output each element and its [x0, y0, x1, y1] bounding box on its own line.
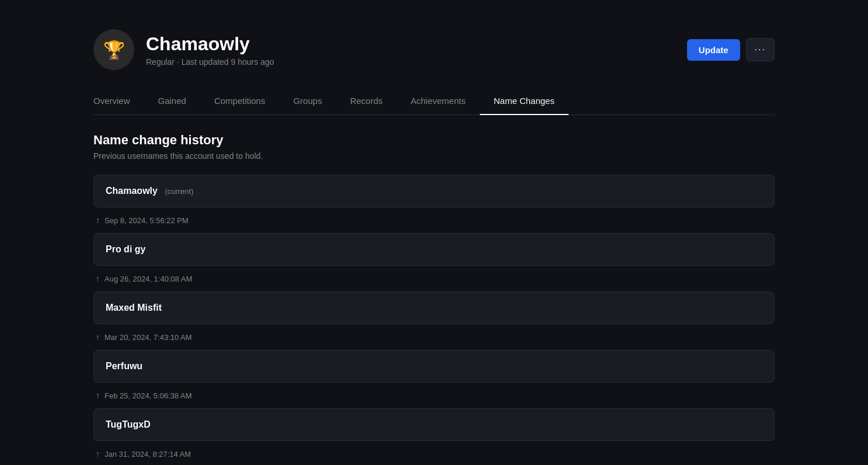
timestamp-2: Aug 26, 2024, 1:40:08 AM	[104, 275, 192, 283]
name-entry-current: Chamaowly (current)	[93, 175, 775, 207]
timestamp-row-3: ↑ Mar 20, 2024, 7:43:10 AM	[93, 324, 775, 350]
timestamp-3: Mar 20, 2024, 7:43:10 AM	[104, 333, 192, 342]
tab-overview[interactable]: Overview	[93, 88, 144, 115]
arrow-up-icon-3: ↑	[96, 332, 100, 342]
tab-achievements[interactable]: Achievements	[397, 88, 480, 115]
main-content: Name change history Previous usernames t…	[93, 115, 775, 465]
timestamp-row-2: ↑ Aug 26, 2024, 1:40:08 AM	[93, 266, 775, 292]
tab-groups[interactable]: Groups	[279, 88, 336, 115]
current-badge: (current)	[165, 187, 193, 196]
user-profile-section: 🏆 Chamaowly Regular · Last updated 9 hou…	[93, 29, 274, 70]
nav-tabs: Overview Gained Competitions Groups Reco…	[93, 88, 775, 115]
username: Chamaowly	[146, 33, 274, 55]
section-title: Name change history	[93, 133, 775, 148]
name-entry-username-3: Maxed Misfit	[106, 303, 162, 313]
name-entry-4: Perfuwu	[93, 350, 775, 383]
arrow-up-icon-2: ↑	[96, 274, 100, 283]
update-button[interactable]: Update	[687, 39, 740, 61]
timestamp-4: Feb 25, 2024, 5:06:38 AM	[104, 391, 192, 400]
timestamp-row-1: ↑ Sep 8, 2024, 5:56:22 PM	[93, 207, 775, 233]
tab-gained[interactable]: Gained	[144, 88, 200, 115]
name-entry-2: Pro di gy	[93, 233, 775, 266]
user-meta: Regular · Last updated 9 hours ago	[146, 57, 274, 67]
page-header: 🏆 Chamaowly Regular · Last updated 9 hou…	[93, 18, 775, 88]
name-entry-username-2: Pro di gy	[106, 244, 145, 254]
arrow-up-icon-5: ↑	[96, 449, 100, 459]
name-entry-username-4: Perfuwu	[106, 361, 142, 371]
avatar: 🏆	[93, 29, 134, 70]
tab-records[interactable]: Records	[336, 88, 397, 115]
arrow-up-icon-4: ↑	[96, 391, 100, 400]
name-entry-username-5: TugTugxD	[106, 419, 151, 429]
name-entry-3: Maxed Misfit	[93, 292, 775, 324]
timestamp-row-4: ↑ Feb 25, 2024, 5:06:38 AM	[93, 383, 775, 408]
section-subtitle: Previous usernames this account used to …	[93, 151, 775, 161]
more-options-button[interactable]: ···	[746, 38, 775, 61]
tab-competitions[interactable]: Competitions	[200, 88, 280, 115]
name-entry-5: TugTugxD	[93, 408, 775, 441]
user-info: Chamaowly Regular · Last updated 9 hours…	[146, 33, 274, 67]
arrow-up-icon: ↑	[96, 216, 100, 225]
timestamp-5: Jan 31, 2024, 8:27:14 AM	[104, 450, 191, 459]
tab-name-changes[interactable]: Name Changes	[480, 88, 569, 115]
timestamp-row-5: ↑ Jan 31, 2024, 8:27:14 AM	[93, 441, 775, 465]
name-entry-username: Chamaowly	[106, 186, 158, 196]
timestamp-1: Sep 8, 2024, 5:56:22 PM	[104, 216, 189, 225]
header-actions: Update ···	[687, 38, 775, 61]
